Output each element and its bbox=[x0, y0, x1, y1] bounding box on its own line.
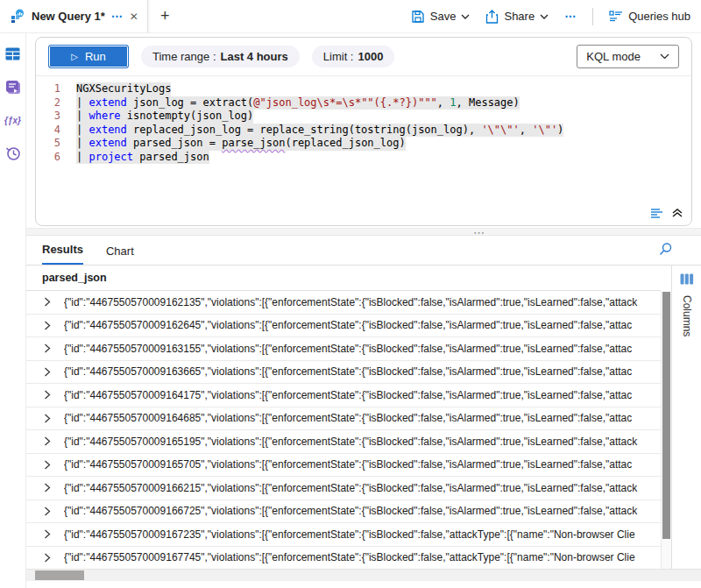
vertical-scrollbar-thumb[interactable] bbox=[662, 292, 670, 539]
row-expand-chevron-icon[interactable] bbox=[44, 390, 53, 400]
columns-icon[interactable] bbox=[680, 273, 694, 288]
line-number: 3 bbox=[36, 110, 60, 124]
share-icon bbox=[485, 10, 499, 24]
table-row[interactable]: {"id":"4467550570009162135","violations"… bbox=[26, 291, 661, 315]
results-grid: {"id":"4467550570009162135","violations"… bbox=[26, 291, 661, 569]
search-icon[interactable] bbox=[659, 242, 673, 259]
table-row[interactable]: {"id":"4467550570009165195","violations"… bbox=[26, 430, 661, 454]
row-expand-chevron-icon[interactable] bbox=[44, 367, 53, 377]
table-row[interactable]: {"id":"4467550570009167235","violations"… bbox=[26, 523, 661, 547]
save-button[interactable]: Save bbox=[411, 10, 471, 24]
topbar-actions: Save Share ⋯ Queries hub bbox=[411, 0, 701, 32]
table-row[interactable]: {"id":"4467550570009162645","violations"… bbox=[26, 315, 661, 338]
code-editor[interactable]: 1NGXSecurityLogs2| extend json_log = ext… bbox=[36, 76, 691, 204]
code-line-text: | project parsed_json bbox=[76, 151, 209, 165]
line-number: 6 bbox=[36, 151, 60, 165]
row-json-value: {"id":"4467550570009163665","violations"… bbox=[64, 365, 661, 378]
table-row[interactable]: {"id":"4467550570009164685","violations"… bbox=[26, 407, 661, 431]
more-actions-button[interactable]: ⋯ bbox=[564, 10, 577, 23]
row-expand-chevron-icon[interactable] bbox=[44, 507, 53, 516]
time-range-pill[interactable]: Time range : Last 4 hours bbox=[141, 46, 300, 67]
left-rail: {ƒx} bbox=[0, 33, 26, 588]
column-header-parsed-json[interactable]: parsed_json bbox=[26, 266, 661, 291]
tab-results[interactable]: Results bbox=[42, 243, 83, 265]
row-json-value: {"id":"4467550570009165705","violations"… bbox=[64, 458, 661, 471]
topbar-spacer bbox=[181, 0, 410, 32]
limit-pill[interactable]: Limit : 1000 bbox=[312, 46, 395, 67]
row-json-value: {"id":"4467550570009162135","violations"… bbox=[64, 296, 661, 308]
code-line-text: NGXSecurityLogs bbox=[76, 82, 171, 96]
table-row[interactable]: {"id":"4467550570009164175","violations"… bbox=[26, 384, 661, 407]
vertical-scrollbar[interactable] bbox=[661, 291, 671, 569]
code-line[interactable]: 2| extend json_log = extract(@"json_log\… bbox=[36, 96, 691, 110]
row-expand-chevron-icon[interactable] bbox=[44, 460, 53, 470]
table-row[interactable]: {"id":"4467550570009167745","violations"… bbox=[26, 547, 661, 570]
table-row[interactable]: {"id":"4467550570009166725","violations"… bbox=[26, 500, 661, 524]
tab-close-icon[interactable]: ✕ bbox=[130, 11, 138, 23]
share-button[interactable]: Share bbox=[485, 10, 549, 24]
row-json-value: {"id":"4467550570009167745","violations"… bbox=[64, 551, 661, 563]
share-chevron-icon bbox=[540, 14, 549, 19]
code-lines: 1NGXSecurityLogs2| extend json_log = ext… bbox=[36, 82, 691, 164]
azure-data-explorer-window: New Query 1* ⋯ ✕ + Save Share ⋯ bbox=[0, 0, 701, 588]
row-expand-chevron-icon[interactable] bbox=[44, 344, 53, 353]
row-expand-chevron-icon[interactable] bbox=[44, 436, 53, 446]
line-number: 2 bbox=[36, 96, 60, 110]
time-range-value: Last 4 hours bbox=[221, 50, 288, 63]
topbar-divider bbox=[592, 8, 593, 25]
row-expand-chevron-icon[interactable] bbox=[44, 529, 53, 539]
row-expand-chevron-icon[interactable] bbox=[44, 297, 53, 307]
save-icon bbox=[411, 10, 425, 24]
code-line[interactable]: 6| project parsed_json bbox=[36, 151, 691, 165]
row-expand-chevron-icon[interactable] bbox=[44, 553, 53, 563]
row-expand-chevron-icon[interactable] bbox=[44, 414, 53, 423]
panel-splitter[interactable]: ⋯ bbox=[26, 228, 701, 236]
query-tab[interactable]: New Query 1* ⋯ ✕ bbox=[0, 0, 148, 32]
code-line-text: | where isnotempty(json_log) bbox=[76, 110, 253, 124]
row-expand-chevron-icon[interactable] bbox=[44, 483, 53, 492]
queries-hub-icon bbox=[609, 11, 623, 23]
code-line[interactable]: 5| extend parsed_json = parse_json(repla… bbox=[36, 137, 691, 151]
columns-panel-label[interactable]: Columns bbox=[681, 295, 693, 337]
table-row[interactable]: {"id":"4467550570009163155","violations"… bbox=[26, 337, 661, 361]
horizontal-scrollbar-thumb[interactable] bbox=[35, 570, 84, 580]
run-button[interactable]: ▷ Run bbox=[48, 45, 129, 68]
tables-icon[interactable] bbox=[5, 46, 21, 61]
row-json-value: {"id":"4467550570009166215","violations"… bbox=[64, 482, 661, 494]
functions-icon[interactable]: {ƒx} bbox=[5, 112, 21, 128]
table-row[interactable]: {"id":"4467550570009163665","violations"… bbox=[26, 361, 661, 385]
kql-mode-select[interactable]: KQL mode bbox=[577, 45, 679, 68]
history-icon[interactable] bbox=[5, 145, 21, 161]
line-number: 5 bbox=[36, 137, 60, 151]
code-line[interactable]: 4| extend replaced_json_log = replace_st… bbox=[36, 124, 691, 138]
code-line-text: | extend json_log = extract(@"json_log\s… bbox=[76, 96, 520, 110]
row-json-value: {"id":"4467550570009163155","violations"… bbox=[64, 343, 661, 355]
table-row[interactable]: {"id":"4467550570009165705","violations"… bbox=[26, 454, 661, 478]
code-line[interactable]: 3| where isnotempty(json_log) bbox=[36, 110, 691, 124]
share-label: Share bbox=[504, 10, 535, 23]
results-layout-icon[interactable] bbox=[650, 208, 663, 218]
new-tab-button[interactable]: + bbox=[148, 0, 182, 32]
limit-label: Limit : bbox=[323, 50, 354, 63]
limit-value: 1000 bbox=[358, 50, 383, 63]
row-json-value: {"id":"4467550570009164685","violations"… bbox=[64, 412, 661, 424]
line-number: 4 bbox=[36, 124, 60, 138]
saved-queries-icon[interactable] bbox=[5, 79, 21, 95]
row-expand-chevron-icon[interactable] bbox=[44, 321, 53, 330]
collapse-editor-icon[interactable] bbox=[672, 209, 683, 217]
query-toolbar: ▷ Run Time range : Last 4 hours Limit : … bbox=[36, 38, 691, 76]
row-json-value: {"id":"4467550570009166725","violations"… bbox=[64, 505, 661, 517]
kql-mode-value: KQL mode bbox=[586, 50, 641, 63]
table-row[interactable]: {"id":"4467550570009166215","violations"… bbox=[26, 477, 661, 500]
horizontal-scrollbar[interactable] bbox=[26, 569, 701, 581]
code-line[interactable]: 1NGXSecurityLogs bbox=[36, 82, 691, 96]
editor-footer bbox=[36, 204, 691, 225]
row-json-value: {"id":"4467550570009162645","violations"… bbox=[64, 319, 661, 331]
tab-more-icon[interactable]: ⋯ bbox=[111, 10, 124, 23]
results-panel: Results Chart parsed_json {"id":"4467550… bbox=[26, 236, 701, 588]
queries-hub-button[interactable]: Queries hub bbox=[609, 10, 690, 23]
code-line-text: | extend parsed_json = parse_json(replac… bbox=[76, 137, 406, 151]
tab-chart[interactable]: Chart bbox=[106, 244, 134, 265]
code-line-text: | extend replaced_json_log = replace_str… bbox=[76, 124, 563, 138]
row-json-value: {"id":"4467550570009164175","violations"… bbox=[64, 389, 661, 401]
